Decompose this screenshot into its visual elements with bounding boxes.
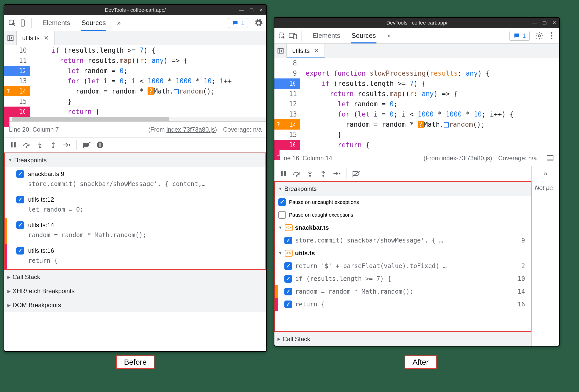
minimize-button[interactable]: — (532, 20, 537, 26)
breakpoint-file-header[interactable]: ▼<>utils.ts (275, 247, 531, 260)
step-into-icon[interactable] (35, 140, 45, 150)
sourcemap-info: (From index-73f73a80.js) (148, 126, 217, 133)
sourcemap-link[interactable]: index-73f73a80.js (166, 126, 215, 133)
file-tab-utils[interactable]: utils.ts ✕ (287, 44, 325, 58)
settings-icon[interactable] (254, 18, 263, 28)
breakpoint-code: if (results.length >= 7) { (295, 275, 515, 282)
close-tab-icon[interactable]: ✕ (314, 47, 319, 54)
window-title: DevTools - coffee-cart.app/ (386, 20, 448, 26)
disclosure-triangle-icon: ▼ (8, 158, 12, 163)
tab-more[interactable]: » (387, 28, 391, 43)
deactivate-breakpoints-icon[interactable] (351, 168, 362, 179)
step-icon[interactable] (61, 140, 72, 150)
maximize-button[interactable]: ▢ (249, 7, 254, 13)
breakpoint-item[interactable]: utils.ts:12let random = 0; (5, 193, 265, 218)
inspect-icon[interactable] (277, 31, 287, 40)
inspect-icon[interactable] (7, 18, 17, 28)
breakpoint-checkbox[interactable] (16, 247, 24, 255)
call-stack-header[interactable]: ▶ Call Stack (274, 332, 531, 346)
kebab-icon[interactable] (547, 31, 556, 40)
svg-rect-20 (281, 171, 283, 176)
breakpoint-row[interactable]: random = random * Math.random();14 (275, 285, 531, 298)
close-tab-icon[interactable]: ✕ (44, 34, 49, 42)
coverage-info: Coverage: n/a (223, 126, 262, 133)
tab-sources[interactable]: Sources (351, 28, 376, 43)
pane-header[interactable]: ▶XHR/fetch Breakpoints (4, 284, 266, 298)
exception-toggle[interactable]: Pause on caught exceptions (275, 209, 531, 221)
maximize-button[interactable]: ▢ (542, 20, 547, 26)
step-out-icon[interactable] (48, 140, 59, 150)
svg-point-7 (53, 147, 54, 148)
tab-more[interactable]: » (117, 15, 121, 30)
window-titlebar[interactable]: DevTools - coffee-cart.app/ — ▢ ✕ (4, 5, 266, 15)
sourcemap-link[interactable]: index-73f73a80.js (442, 155, 490, 162)
debugger-toolbar (4, 137, 266, 153)
deactivate-breakpoints-icon[interactable] (81, 140, 92, 150)
tab-elements[interactable]: Elements (312, 28, 341, 43)
exception-toggle[interactable]: Pause on uncaught exceptions (275, 196, 531, 209)
breakpoints-header[interactable]: ▼ Breakpoints (275, 182, 531, 196)
show-coverage-icon[interactable] (545, 154, 555, 163)
breakpoint-item[interactable]: utils.ts:14random = random * Math.random… (5, 218, 265, 244)
step-over-icon[interactable] (291, 168, 302, 179)
pause-icon[interactable] (8, 140, 19, 150)
breakpoints-header[interactable]: ▼ Breakpoints (5, 153, 265, 167)
file-tab-utils[interactable]: utils.ts ✕ (17, 31, 55, 45)
svg-point-16 (551, 35, 552, 37)
breakpoint-line-number: 16 (518, 301, 528, 308)
breakpoint-checkbox[interactable] (284, 262, 292, 270)
pause-exceptions-icon[interactable] (95, 140, 105, 150)
navigator-toggle-icon[interactable] (274, 44, 287, 58)
step-out-icon[interactable] (318, 168, 329, 179)
breakpoint-code: return { (295, 301, 515, 308)
breakpoint-checkbox[interactable] (284, 237, 292, 244)
horizontal-scrollbar[interactable] (4, 117, 266, 121)
breakpoint-code: store.commit('snackbar/showMessage', { … (295, 237, 518, 244)
breakpoint-checkbox[interactable] (16, 196, 24, 203)
messages-badge[interactable]: 1 (228, 18, 248, 28)
breakpoint-item[interactable]: utils.ts:16return { (5, 244, 265, 269)
pane-header[interactable]: ▶Call Stack (4, 270, 266, 284)
breakpoint-checkbox[interactable] (284, 275, 292, 283)
breakpoint-checkbox[interactable] (284, 288, 292, 295)
minimize-button[interactable]: — (239, 7, 244, 13)
device-icon[interactable] (18, 18, 27, 28)
close-button[interactable]: ✕ (259, 7, 263, 13)
step-into-icon[interactable] (305, 168, 315, 179)
pane-header[interactable]: ▶DOM Breakpoints (4, 298, 266, 312)
breakpoint-row[interactable]: if (results.length >= 7) {10 (275, 272, 531, 285)
messages-count: 1 (522, 32, 526, 39)
svg-point-24 (323, 175, 324, 176)
sidebar-more-icon[interactable]: » (532, 166, 559, 181)
breakpoint-checkbox[interactable] (16, 170, 24, 178)
tab-elements[interactable]: Elements (42, 15, 71, 30)
breakpoint-row[interactable]: return {16 (275, 298, 531, 311)
breakpoint-code: return { (28, 256, 262, 266)
breakpoint-item[interactable]: snackbar.ts:9store.commit('snackbar/show… (5, 167, 265, 193)
window-titlebar[interactable]: DevTools - coffee-cart.app/ — ▢ ✕ (274, 18, 559, 28)
tab-sources[interactable]: Sources (81, 15, 106, 30)
close-button[interactable]: ✕ (552, 20, 556, 26)
code-editor[interactable]: 89export function slowProcessing(results… (274, 58, 559, 150)
step-over-icon[interactable] (21, 140, 32, 150)
cursor-position: Line 20, Column 7 (9, 126, 59, 133)
checkbox[interactable] (278, 211, 286, 219)
breakpoint-row[interactable]: store.commit('snackbar/showMessage', { …… (275, 234, 531, 247)
breakpoint-row[interactable]: return '$' + parseFloat(value).toFixed( … (275, 260, 531, 272)
navigator-toggle-icon[interactable] (4, 31, 17, 45)
step-icon[interactable] (331, 168, 342, 179)
breakpoint-checkbox[interactable] (284, 301, 292, 308)
status-bar: Line 16, Column 14 (From index-73f73a80.… (274, 150, 559, 166)
breakpoint-file-header[interactable]: ▼<>snackbar.ts (275, 221, 531, 234)
checkbox[interactable] (278, 198, 286, 206)
settings-icon[interactable] (535, 31, 544, 40)
code-editor[interactable]: 10 if (results.length >= 7) {11 return r… (4, 45, 266, 117)
pause-icon[interactable] (278, 168, 289, 179)
messages-badge[interactable]: 1 (509, 31, 530, 41)
window-title: DevTools - coffee-cart.app/ (105, 7, 166, 13)
device-icon[interactable] (288, 31, 297, 40)
main-toolbar: Elements Sources » 1 (4, 15, 266, 31)
svg-rect-9 (99, 143, 101, 146)
breakpoint-checkbox[interactable] (16, 221, 24, 229)
breakpoint-code: store.commit('snackbar/showMessage', { c… (28, 179, 262, 189)
